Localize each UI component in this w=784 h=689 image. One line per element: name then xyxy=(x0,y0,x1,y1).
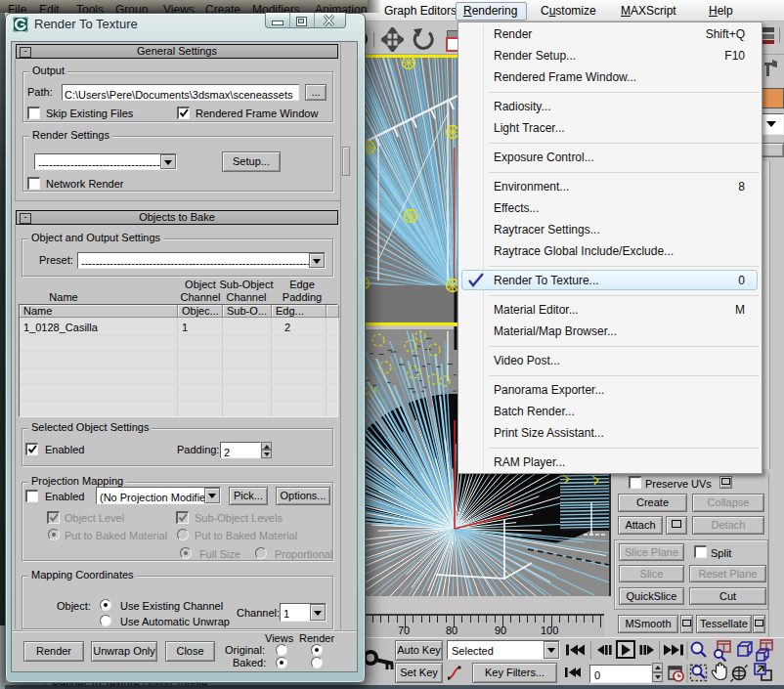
svg-text:x: x xyxy=(508,499,512,508)
